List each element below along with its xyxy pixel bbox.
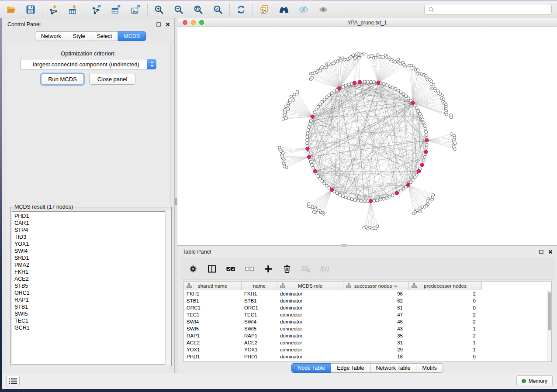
- mcds-result-node[interactable]: SWI5: [14, 310, 170, 317]
- delete-table-icon: [300, 263, 311, 275]
- zoom-fit-icon[interactable]: [193, 4, 204, 15]
- tab-edge-table[interactable]: Edge Table: [331, 363, 370, 373]
- mcds-result-node[interactable]: PHD1: [14, 213, 170, 220]
- control-panel-tabs: NetworkStyleSelectMCDS: [35, 31, 146, 41]
- memory-button[interactable]: Memory: [516, 375, 553, 386]
- mcds-result-node[interactable]: ACE2: [14, 275, 170, 282]
- mcds-list-scrollbar[interactable]: [165, 210, 171, 365]
- mcds-result-node[interactable]: STP4: [14, 227, 170, 234]
- delete-entry-icon[interactable]: [281, 263, 293, 275]
- task-history-button[interactable]: [6, 376, 20, 386]
- tab-style[interactable]: Style: [67, 31, 91, 41]
- mcds-result-node[interactable]: TID3: [14, 234, 170, 241]
- network-canvas[interactable]: [177, 27, 557, 245]
- network-view-window: YPA_prune.txt_1: [177, 18, 557, 245]
- mcds-result-box: MCDS result (17 nodes) PHD1CAR1STP4TID3Y…: [10, 204, 172, 366]
- mcds-result-node[interactable]: GCR1: [14, 324, 170, 331]
- table-row[interactable]: SWI5SWI5connector431: [184, 325, 551, 332]
- tab-select[interactable]: Select: [91, 31, 118, 41]
- settings-gear-icon[interactable]: [187, 263, 199, 275]
- function-builder-icon: f(x): [319, 263, 330, 275]
- toolbar-separator: [42, 3, 42, 16]
- mcds-result-node[interactable]: SWI4: [14, 248, 170, 254]
- criterion-dropdown[interactable]: largest connected component (undirected): [20, 59, 156, 69]
- tab-mcds[interactable]: MCDS: [118, 31, 146, 41]
- zoom-selected-icon[interactable]: [212, 4, 224, 15]
- mcds-result-node[interactable]: FKH1: [14, 268, 170, 275]
- select-all-icon[interactable]: [225, 263, 236, 275]
- column-view-icon[interactable]: [206, 263, 218, 275]
- tab-motifs[interactable]: Motifs: [416, 363, 443, 373]
- table-row[interactable]: ORC1ORC1dominator610: [184, 304, 551, 311]
- criterion-value: largest connected component (undirected): [21, 61, 147, 68]
- tab-network[interactable]: Network: [35, 31, 67, 41]
- table-row[interactable]: SWI4SWI4dominator462: [184, 318, 551, 325]
- control-panel-title: Control Panel: [7, 21, 41, 28]
- save-session-icon[interactable]: [25, 4, 36, 15]
- table-row[interactable]: ACE2ACE2connector311: [184, 339, 551, 346]
- table-row[interactable]: TEC1TEC1connector472: [184, 311, 551, 318]
- toolbar-separator: [85, 3, 85, 16]
- run-mcds-button[interactable]: Run MCDS: [41, 74, 84, 85]
- add-entry-icon[interactable]: [263, 263, 274, 275]
- close-panel-button[interactable]: Close panel: [89, 74, 135, 85]
- sort-desc-icon: [394, 283, 398, 289]
- float-table-panel-icon[interactable]: [539, 250, 543, 254]
- export-network-icon[interactable]: [91, 4, 102, 15]
- search-box[interactable]: [424, 4, 552, 15]
- toolbar-separator: [253, 3, 253, 16]
- mcds-result-node[interactable]: CAR1: [14, 220, 170, 227]
- table-row[interactable]: RAP1RAP1dominator352: [184, 332, 551, 339]
- screen: Control Panel NetworkStyleSelectMCDS Opt…: [0, 0, 557, 392]
- import-table-icon[interactable]: [68, 4, 79, 15]
- export-image-icon[interactable]: [130, 4, 142, 15]
- splitter-handle-icon[interactable]: [175, 198, 177, 205]
- mcds-result-node[interactable]: SRD1: [14, 254, 170, 261]
- toolbar-separator: [229, 3, 230, 16]
- duplicate-network-icon[interactable]: [259, 4, 270, 15]
- column-header-MCDS-role[interactable]: MCDS role: [277, 282, 343, 290]
- zoom-out-icon[interactable]: [173, 4, 184, 15]
- mcds-result-node[interactable]: ORC1: [14, 289, 170, 296]
- table-row[interactable]: YOX1YOX1connector291: [184, 346, 551, 353]
- mcds-result-node[interactable]: YOX1: [14, 241, 170, 248]
- table-row[interactable]: PHD1PHD1dominator180: [184, 353, 551, 360]
- mcds-result-node[interactable]: STB1: [14, 303, 170, 310]
- mcds-result-node[interactable]: STB5: [14, 282, 170, 289]
- tab-network-table[interactable]: Network Table: [370, 363, 417, 373]
- first-neighbors-icon[interactable]: [278, 4, 290, 15]
- column-header-shared-name[interactable]: shared name: [184, 282, 242, 290]
- node-table: shared namenameMCDS rolesuccessor nodesp…: [183, 281, 552, 362]
- tab-node-table[interactable]: Node Table: [291, 363, 331, 373]
- table-header-row: shared namenameMCDS rolesuccessor nodesp…: [184, 282, 551, 290]
- deselect-all-icon[interactable]: [244, 263, 255, 275]
- import-network-icon[interactable]: [48, 4, 59, 15]
- column-header-predecessor-nodes[interactable]: predecessor nodes: [409, 282, 482, 290]
- attribute-icon: [280, 283, 285, 289]
- mcds-result-node[interactable]: TEC1: [14, 317, 170, 324]
- column-header-name[interactable]: name: [242, 282, 277, 290]
- export-table-icon[interactable]: [111, 4, 122, 15]
- hide-selected-icon[interactable]: [298, 4, 309, 15]
- close-panel-icon[interactable]: [166, 22, 170, 27]
- table-scrollbar-thumb[interactable]: [548, 292, 551, 330]
- table-row[interactable]: FKH1FKH1dominator962: [184, 290, 551, 297]
- float-panel-icon[interactable]: [156, 22, 161, 27]
- apply-layout-icon[interactable]: [235, 4, 247, 15]
- column-header-successor-nodes[interactable]: successor nodes: [343, 282, 409, 290]
- search-input[interactable]: [437, 6, 548, 13]
- show-all-icon[interactable]: [318, 4, 329, 15]
- table-row[interactable]: STB1STB1dominator620: [184, 297, 551, 304]
- mcds-result-node[interactable]: RAP1: [14, 296, 170, 303]
- open-file-icon[interactable]: [5, 4, 17, 15]
- main-area: Control Panel NetworkStyleSelectMCDS Opt…: [0, 18, 557, 373]
- dropdown-stepper-icon: [147, 59, 156, 69]
- criterion-label: Optimization criterion:: [6, 50, 170, 57]
- mcds-result-node[interactable]: PMA2: [14, 261, 170, 268]
- attribute-icon: [187, 283, 192, 289]
- close-table-panel-icon[interactable]: [548, 250, 553, 254]
- table-scrollbar[interactable]: [547, 290, 551, 361]
- zoom-in-icon[interactable]: [153, 4, 165, 15]
- table-panel-titlebar: Table Panel: [177, 246, 557, 258]
- table-panel: Table Panel f(x) shared namenameMCDS rol…: [177, 245, 557, 373]
